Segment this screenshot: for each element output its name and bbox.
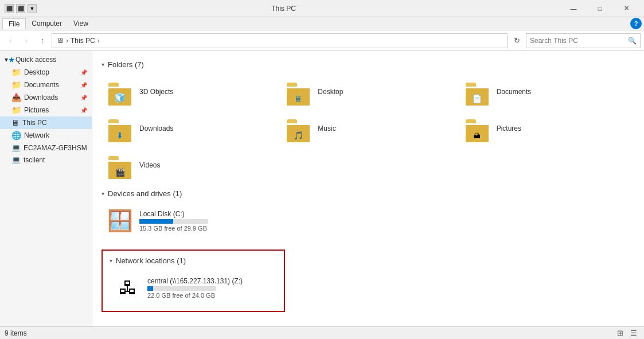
view-list-button[interactable]: ☰ <box>628 328 639 339</box>
tab-file[interactable]: File <box>2 18 26 29</box>
up-button[interactable]: ↑ <box>36 34 49 48</box>
folder-item-music[interactable]: 🎵 Music <box>280 111 456 146</box>
tab-computer[interactable]: Computer <box>26 18 68 29</box>
folder-label: 3D Objects <box>139 88 173 96</box>
folder-icon-desktop: 🖥 <box>284 78 312 106</box>
sidebar-item-pictures[interactable]: 📁 Pictures 📌 <box>0 104 92 116</box>
sidebar-item-label: This PC <box>22 119 47 127</box>
network-locations-label: Network locations (1) <box>116 256 186 265</box>
back-button[interactable]: ‹ <box>3 34 17 48</box>
drive-info-c: Local Disk (C:) 15.3 GB free of 29.9 GB <box>139 210 208 232</box>
drive-progress-fill <box>139 219 173 224</box>
title-bar-icon-3: ▼ <box>28 4 37 13</box>
sidebar-item-label: Pictures <box>24 106 49 114</box>
address-path[interactable]: 🖥 › This PC › <box>52 33 508 48</box>
sidebar-item-desktop[interactable]: 📁 Desktop 📌 <box>0 66 92 79</box>
folder-icon: 📁 <box>11 106 21 115</box>
folder-icon: 📁 <box>11 80 21 89</box>
ribbon-tabs: File Computer View ? <box>0 17 644 30</box>
folders-section-header[interactable]: ▾ Folders (7) <box>102 60 635 69</box>
sidebar-item-documents[interactable]: 📁 Documents 📌 <box>0 79 92 91</box>
folder-label: Downloads <box>139 124 173 133</box>
drives-section-label: Devices and drives (1) <box>108 189 182 198</box>
title-bar: ⬛ ⬛ ▼ This PC — □ ✕ <box>0 0 644 17</box>
folder-icon-pictures: 🏔 <box>463 115 491 142</box>
sidebar-item-label: Network <box>24 131 49 139</box>
sidebar-item-thispc[interactable]: 🖥 This PC <box>0 116 92 129</box>
sidebar-item-downloads[interactable]: 📥 Downloads 📌 <box>0 91 92 104</box>
folder-icon-music: 🎵 <box>284 115 312 142</box>
chevron-icon: ▾ <box>102 190 104 197</box>
path-icon: 🖥 <box>57 37 64 45</box>
ribbon: File Computer View ? <box>0 17 644 30</box>
drive-item-c[interactable]: 🪟 Local Disk (C:) 15.3 GB free of 29.9 G… <box>102 204 635 238</box>
computer-icon: 🖥 <box>11 118 19 127</box>
quick-access-label: Quick access <box>15 56 56 64</box>
folder-label: Pictures <box>497 124 521 133</box>
folder-item-documents[interactable]: 📄 Documents <box>459 75 635 109</box>
chevron-icon: ▾ <box>102 61 104 68</box>
folder-item-videos[interactable]: 🎬 Videos <box>102 148 278 182</box>
folders-section-label: Folders (7) <box>108 60 144 69</box>
sidebar-item-network[interactable]: 🌐 Network <box>0 129 92 142</box>
folder-item-3dobjects[interactable]: 🧊 3D Objects <box>102 75 278 109</box>
network-drive-icon: 🖧 <box>114 274 142 302</box>
drives-section-header[interactable]: ▾ Devices and drives (1) <box>102 189 635 198</box>
tab-view[interactable]: View <box>68 18 94 29</box>
quick-access-header[interactable]: ▾ ★ Quick access <box>0 53 92 66</box>
drive-progress-bg <box>139 219 208 224</box>
folder-label: Desktop <box>318 88 343 96</box>
path-segment: This PC <box>71 37 95 45</box>
sidebar: ▾ ★ Quick access 📁 Desktop 📌 📁 Documents… <box>0 51 92 326</box>
search-input[interactable] <box>530 37 628 45</box>
sidebar-item-ec2[interactable]: 💻 EC2AMAZ-GF3HSM <box>0 142 92 154</box>
address-bar: ‹ › ↑ 🖥 › This PC › ↻ 🔍 <box>0 30 644 51</box>
network-icon: 🌐 <box>11 131 21 140</box>
folder-icon-3d: 🧊 <box>106 78 134 106</box>
folder-item-pictures[interactable]: 🏔 Pictures <box>459 111 635 146</box>
folder-icon-documents: 📄 <box>463 78 491 106</box>
item-count: 9 items <box>5 329 27 337</box>
computer-icon: 💻 <box>11 143 21 152</box>
search-box[interactable]: 🔍 <box>526 33 641 48</box>
pin-icon: 📌 <box>80 82 87 88</box>
drive-icon-c: 🪟 <box>106 207 134 235</box>
network-locations-header[interactable]: ▾ Network locations (1) <box>110 256 277 265</box>
search-icon: 🔍 <box>628 37 637 45</box>
folder-icon: 📥 <box>11 93 21 102</box>
folder-label: Music <box>318 124 335 133</box>
folder-item-downloads[interactable]: ⬇ Downloads <box>102 111 278 146</box>
network-drive-name: central (\\165.227.133.131) (Z:) <box>147 277 243 285</box>
title-bar-icon-2: ⬛ <box>16 4 25 13</box>
chevron-icon: ▾ <box>110 258 112 264</box>
pin-icon: 📌 <box>80 107 87 114</box>
sidebar-item-label: Desktop <box>24 68 49 76</box>
network-drive-item[interactable]: 🖧 central (\\165.227.133.131) (Z:) 22.0 … <box>110 271 277 305</box>
folder-icon-videos: 🎬 <box>106 151 134 179</box>
folder-item-desktop[interactable]: 🖥 Desktop <box>280 75 456 109</box>
help-button[interactable]: ? <box>630 18 642 29</box>
drive-space: 15.3 GB free of 29.9 GB <box>139 225 208 232</box>
quick-access-star-icon: ★ <box>8 55 15 64</box>
sidebar-item-label: tsclient <box>24 156 45 164</box>
main-area: ▾ ★ Quick access 📁 Desktop 📌 📁 Documents… <box>0 51 644 326</box>
network-locations-box: ▾ Network locations (1) 🖧 central (\\165… <box>102 250 285 312</box>
folders-grid: 🧊 3D Objects 🖥 Desktop <box>102 75 635 182</box>
maximize-button[interactable]: □ <box>587 0 613 17</box>
close-button[interactable]: ✕ <box>613 0 639 17</box>
sidebar-item-tsclient[interactable]: 💻 tsclient <box>0 154 92 166</box>
view-large-icons-button[interactable]: ⊞ <box>614 328 626 339</box>
network-drive-progress-fill <box>147 286 153 291</box>
sidebar-item-label: Documents <box>24 81 59 89</box>
minimize-button[interactable]: — <box>560 0 587 17</box>
refresh-button[interactable]: ↻ <box>510 34 524 48</box>
window-controls: — □ ✕ <box>560 0 639 17</box>
forward-button[interactable]: › <box>19 34 33 48</box>
network-drive-info: central (\\165.227.133.131) (Z:) 22.0 GB… <box>147 277 243 299</box>
sidebar-item-label: Downloads <box>24 93 58 102</box>
folder-icon-downloads: ⬇ <box>106 115 134 142</box>
folder-label: Videos <box>139 161 160 169</box>
folder-icon: 📁 <box>11 68 21 77</box>
pin-icon: 📌 <box>80 95 87 101</box>
title-bar-icons: ⬛ ⬛ ▼ <box>5 4 37 13</box>
